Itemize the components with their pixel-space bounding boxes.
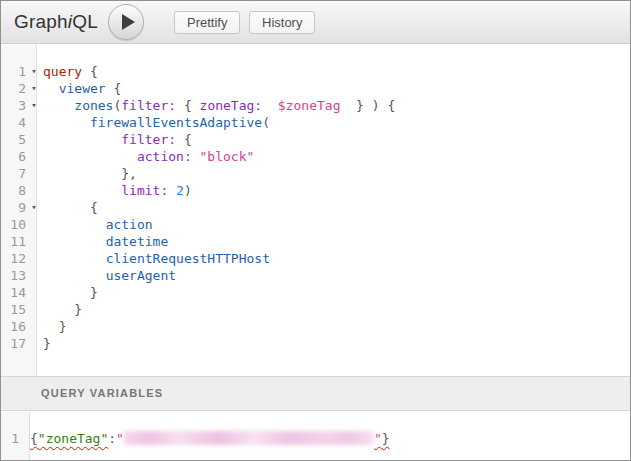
fold-toggle-icon[interactable]: ▾	[26, 63, 42, 80]
code-content: userAgent	[42, 267, 176, 284]
code-line: 4 firewallEventsAdaptive(	[1, 114, 630, 131]
code-line: 11 datetime	[1, 233, 630, 250]
redacted-value	[124, 431, 374, 445]
code-content: action	[42, 216, 153, 233]
line-number: 2	[1, 80, 26, 97]
code-line: 12 clientRequestHTTPHost	[1, 250, 630, 267]
query-code: 1▾query {2▾ viewer {3▾ zones(filter: { z…	[1, 45, 630, 352]
play-icon	[122, 14, 135, 30]
code-content: datetime	[42, 233, 168, 250]
fold-gutter-spacer	[26, 114, 42, 131]
fold-gutter-spacer	[26, 165, 42, 182]
fold-toggle-icon[interactable]: ▾	[26, 80, 42, 97]
line-number: 4	[1, 114, 26, 131]
code-line: 3▾ zones(filter: { zoneTag: $zoneTag } )…	[1, 97, 630, 114]
fold-gutter-spacer	[26, 318, 42, 335]
code-content: filter: {	[42, 131, 192, 148]
variables-code: 1{"zoneTag":""}	[1, 412, 630, 447]
line-number: 15	[1, 301, 26, 318]
line-number: 16	[1, 318, 26, 335]
fold-toggle-icon[interactable]: ▾	[26, 97, 42, 114]
line-number: 9	[1, 199, 26, 216]
line-number: 11	[1, 233, 26, 250]
history-button[interactable]: History	[249, 11, 315, 34]
graphiql-window: GraphiQL Prettify History 1▾query {2▾ vi…	[0, 0, 631, 461]
execute-button[interactable]	[108, 4, 144, 40]
code-line: 16 }	[1, 318, 630, 335]
code-content: limit: 2)	[42, 182, 192, 199]
code-line: 1▾query {	[1, 63, 630, 80]
code-content: {	[42, 199, 98, 216]
fold-gutter-spacer	[26, 335, 42, 352]
code-line: 1{"zoneTag":""}	[1, 430, 630, 447]
fold-gutter-spacer	[26, 267, 42, 284]
line-number: 8	[1, 182, 26, 199]
fold-gutter-spacer	[26, 131, 42, 148]
code-line: 17}	[1, 335, 630, 352]
query-variables-title-bar[interactable]: QUERY VARIABLES	[1, 376, 630, 411]
toolbar: GraphiQL Prettify History	[1, 1, 630, 44]
query-editor[interactable]: 1▾query {2▾ viewer {3▾ zones(filter: { z…	[1, 45, 630, 376]
fold-toggle-icon[interactable]: ▾	[26, 199, 42, 216]
line-number: 1	[1, 430, 19, 447]
code-content: },	[42, 165, 137, 182]
code-content: query {	[42, 63, 98, 80]
line-number: 12	[1, 250, 26, 267]
code-line: 7 },	[1, 165, 630, 182]
code-content: {"zoneTag":""}	[19, 430, 390, 447]
code-content: viewer {	[42, 80, 121, 97]
fold-gutter-spacer	[26, 233, 42, 250]
line-number: 13	[1, 267, 26, 284]
line-number: 7	[1, 165, 26, 182]
code-line: 9▾ {	[1, 199, 630, 216]
code-line: 8 limit: 2)	[1, 182, 630, 199]
code-content: }	[42, 301, 82, 318]
query-variables-editor[interactable]: 1{"zoneTag":""}	[1, 412, 630, 461]
code-content: clientRequestHTTPHost	[42, 250, 270, 267]
code-line: 6 action: "block"	[1, 148, 630, 165]
fold-gutter-spacer	[26, 216, 42, 233]
fold-gutter-spacer	[26, 182, 42, 199]
code-line: 15 }	[1, 301, 630, 318]
line-number: 6	[1, 148, 26, 165]
prettify-button[interactable]: Prettify	[174, 11, 240, 34]
code-content: firewallEventsAdaptive(	[42, 114, 270, 131]
line-number: 5	[1, 131, 26, 148]
code-line: 5 filter: {	[1, 131, 630, 148]
line-number: 1	[1, 63, 26, 80]
line-number: 3	[1, 97, 26, 114]
code-content: }	[42, 318, 66, 335]
code-content: }	[42, 335, 51, 352]
code-content: }	[42, 284, 98, 301]
code-line: 13 userAgent	[1, 267, 630, 284]
line-number: 17	[1, 335, 26, 352]
code-line: 14 }	[1, 284, 630, 301]
graphiql-logo: GraphiQL	[14, 1, 98, 44]
fold-gutter-spacer	[26, 301, 42, 318]
line-number: 10	[1, 216, 26, 233]
code-content: zones(filter: { zoneTag: $zoneTag } ) {	[42, 97, 395, 114]
fold-gutter-spacer	[26, 148, 42, 165]
fold-gutter-spacer	[26, 284, 42, 301]
fold-gutter-spacer	[26, 250, 42, 267]
code-line: 10 action	[1, 216, 630, 233]
line-number: 14	[1, 284, 26, 301]
code-content: action: "block"	[42, 148, 254, 165]
code-line: 2▾ viewer {	[1, 80, 630, 97]
